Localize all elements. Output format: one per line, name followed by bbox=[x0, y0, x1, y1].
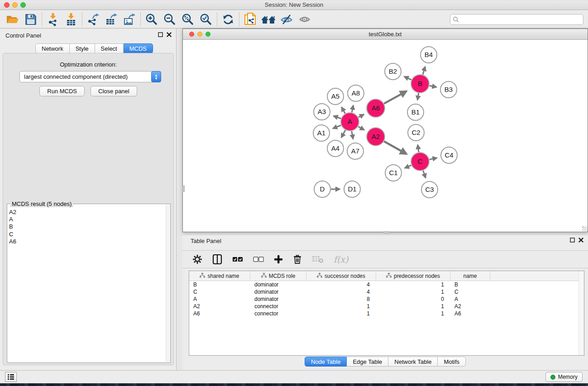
home-first-neighbors-icon[interactable] bbox=[259, 12, 277, 27]
mcds-result-item[interactable]: C bbox=[9, 231, 166, 238]
close-panel-button[interactable]: Close panel bbox=[91, 86, 137, 96]
mcds-result-item[interactable]: B bbox=[9, 223, 166, 230]
result-scrollbar[interactable] bbox=[166, 205, 170, 362]
network-canvas[interactable]: B4B2BB3A5A8A6A3B1AA1C2A2A4A7C4CC1DD1C3 bbox=[183, 40, 588, 232]
edge-C-C2[interactable] bbox=[418, 145, 419, 152]
cell-predecessor-nodes[interactable]: 1 bbox=[376, 288, 450, 295]
edge-B-B3[interactable] bbox=[430, 86, 436, 87]
table-row[interactable]: A6connector11A6 bbox=[189, 310, 584, 317]
edge-A6-B[interactable] bbox=[384, 91, 406, 104]
search-input[interactable] bbox=[450, 14, 583, 25]
table-tab-network-table[interactable]: Network Table bbox=[388, 357, 438, 367]
control-tab-style[interactable]: Style bbox=[70, 43, 95, 53]
column-header-successor-nodes[interactable]: successor nodes bbox=[306, 271, 376, 281]
refresh-icon[interactable] bbox=[219, 12, 237, 27]
delete-column-trash-icon[interactable] bbox=[293, 254, 302, 264]
graph-node-B[interactable]: B bbox=[411, 75, 429, 93]
edge-A-A7[interactable] bbox=[352, 131, 353, 139]
horizontal-scroll-thumb[interactable] bbox=[383, 231, 390, 234]
export-network-icon[interactable] bbox=[84, 12, 102, 27]
edge-C-C1[interactable] bbox=[405, 165, 411, 168]
zoom-in-icon[interactable] bbox=[143, 12, 161, 27]
cell-MCDS-role[interactable]: dominator bbox=[250, 281, 306, 288]
graph-node-A5[interactable]: A5 bbox=[327, 88, 344, 105]
vertical-scroll-thumb[interactable] bbox=[182, 186, 185, 192]
edge-B-B4[interactable] bbox=[423, 67, 425, 74]
table-tab-edge-table[interactable]: Edge Table bbox=[347, 357, 388, 367]
cell-shared-name[interactable]: A bbox=[189, 295, 250, 303]
mcds-result-list[interactable]: A2ABCA6 bbox=[9, 209, 166, 362]
graph-node-C1[interactable]: C1 bbox=[385, 165, 402, 181]
cell-predecessor-nodes[interactable]: 0 bbox=[376, 295, 450, 303]
cell-MCDS-role[interactable]: dominator bbox=[250, 288, 306, 295]
graph-node-A6[interactable]: A6 bbox=[367, 99, 385, 117]
import-network-icon[interactable] bbox=[44, 12, 62, 27]
control-tab-network[interactable]: Network bbox=[35, 43, 70, 53]
cell-shared-name[interactable]: C bbox=[189, 288, 250, 295]
cell-MCDS-role[interactable]: connector bbox=[250, 303, 306, 310]
select-all-columns-icon[interactable] bbox=[232, 257, 243, 262]
edge-C-C4[interactable] bbox=[430, 158, 437, 160]
mcds-result-item[interactable]: A bbox=[9, 216, 166, 223]
cell-successor-nodes[interactable]: 4 bbox=[306, 288, 376, 295]
show-all-eye-icon[interactable] bbox=[296, 12, 314, 27]
cell-successor-nodes[interactable]: 1 bbox=[306, 303, 376, 310]
export-table-icon[interactable] bbox=[102, 12, 120, 27]
control-tab-select[interactable]: Select bbox=[95, 43, 124, 53]
edge-A-A8[interactable] bbox=[352, 105, 353, 112]
edge-B-B1[interactable] bbox=[417, 93, 418, 100]
cell-predecessor-nodes[interactable]: 1 bbox=[376, 281, 450, 288]
network-graph[interactable]: B4B2BB3A5A8A6A3B1AA1C2A2A4A7C4CC1DD1C3 bbox=[183, 40, 588, 232]
edge-A-A4[interactable] bbox=[341, 130, 345, 137]
graph-node-C4[interactable]: C4 bbox=[441, 147, 457, 163]
export-image-icon[interactable] bbox=[120, 12, 139, 27]
graph-node-C[interactable]: C bbox=[411, 152, 429, 171]
cell-MCDS-role[interactable]: dominator bbox=[250, 295, 306, 303]
graph-node-B4[interactable]: B4 bbox=[421, 47, 437, 63]
edge-A-A6[interactable] bbox=[359, 114, 364, 117]
close-panel-icon[interactable] bbox=[167, 32, 172, 37]
mcds-result-item[interactable]: A6 bbox=[9, 238, 166, 245]
show-column-panel-icon[interactable] bbox=[212, 254, 222, 265]
table-row[interactable]: Adominator80A bbox=[189, 295, 584, 303]
edge-A-A2[interactable] bbox=[358, 127, 364, 130]
table-row[interactable]: Cdominator41C bbox=[189, 288, 584, 295]
run-mcds-button[interactable]: Run MCDS bbox=[39, 86, 85, 96]
float-table-panel-icon[interactable] bbox=[570, 238, 575, 243]
hide-selected-eye-icon[interactable] bbox=[277, 12, 296, 27]
zoom-out-icon[interactable] bbox=[161, 12, 179, 27]
function-builder-icon[interactable]: f(x) bbox=[334, 254, 349, 264]
edge-A2-C[interactable] bbox=[384, 141, 406, 154]
table-row[interactable]: A2connector11A2 bbox=[189, 303, 584, 310]
graph-node-A1[interactable]: A1 bbox=[313, 125, 330, 141]
graph-node-C2[interactable]: C2 bbox=[408, 124, 424, 141]
table-tab-node-table[interactable]: Node Table bbox=[305, 357, 347, 367]
cell-successor-nodes[interactable]: 8 bbox=[306, 295, 376, 303]
optimization-criterion-dropdown[interactable]: largest connected component (directed) ▲… bbox=[19, 71, 161, 82]
graph-node-A7[interactable]: A7 bbox=[347, 143, 363, 159]
task-history-list-icon[interactable] bbox=[5, 372, 17, 382]
cell-shared-name[interactable]: A6 bbox=[189, 310, 250, 317]
control-tab-mcds[interactable]: MCDS bbox=[124, 43, 153, 53]
open-file-icon[interactable] bbox=[4, 12, 22, 27]
cell-name[interactable]: A6 bbox=[450, 310, 490, 317]
graph-node-A3[interactable]: A3 bbox=[314, 104, 330, 120]
new-network-from-selection-icon[interactable] bbox=[241, 12, 259, 27]
add-column-plus-icon[interactable] bbox=[274, 255, 283, 264]
mcds-result-item[interactable]: A2 bbox=[9, 209, 166, 216]
edge-A-A3[interactable] bbox=[334, 116, 341, 119]
network-window-titlebar[interactable]: testGlobe.txt bbox=[183, 29, 588, 40]
table-settings-gear-icon[interactable] bbox=[192, 254, 202, 264]
table-tab-motifs[interactable]: Motifs bbox=[438, 357, 466, 367]
cell-successor-nodes[interactable]: 1 bbox=[306, 310, 376, 317]
cell-shared-name[interactable]: A2 bbox=[189, 303, 250, 310]
import-table-icon[interactable] bbox=[62, 12, 80, 27]
close-table-panel-icon[interactable] bbox=[578, 238, 583, 243]
cell-successor-nodes[interactable]: 4 bbox=[306, 281, 376, 288]
graph-node-C3[interactable]: C3 bbox=[421, 181, 438, 198]
graph-node-B1[interactable]: B1 bbox=[407, 104, 424, 120]
table-scrollbar[interactable] bbox=[578, 271, 584, 355]
edge-B-B2[interactable] bbox=[404, 76, 411, 80]
memory-button[interactable]: Memory bbox=[545, 372, 583, 382]
column-header-predecessor-nodes[interactable]: predecessor nodes bbox=[376, 271, 450, 281]
